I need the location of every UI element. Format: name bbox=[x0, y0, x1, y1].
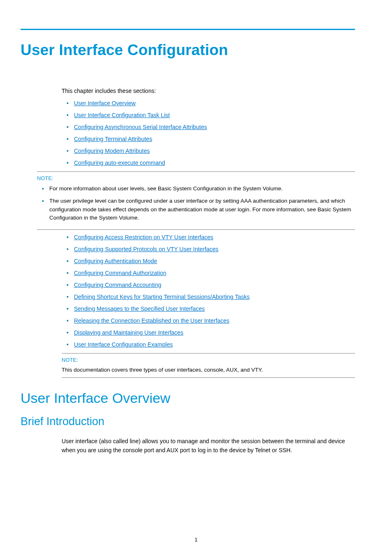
link-shortcut-keys[interactable]: Defining Shortcut Keys for Starting Term… bbox=[74, 294, 249, 300]
body-text: User interface (also called line) allows… bbox=[62, 437, 355, 455]
link-displaying-maintaining[interactable]: Displaying and Maintaining User Interfac… bbox=[74, 329, 183, 336]
link-access-restriction-vty[interactable]: Configuring Access Restriction on VTY Us… bbox=[74, 234, 213, 240]
list-item: User Interface Configuration Task List bbox=[62, 112, 355, 118]
link-auth-mode[interactable]: Configuring Authentication Mode bbox=[74, 258, 157, 264]
list-item: Configuring Command Accounting bbox=[62, 282, 355, 288]
link-terminal-attrs[interactable]: Configuring Terminal Attributes bbox=[74, 136, 152, 142]
note-block-1: NOTE: For more information about user le… bbox=[37, 171, 355, 230]
link-command-authorization[interactable]: Configuring Command Authorization bbox=[74, 270, 166, 276]
list-item: Configuring Modem Attributes bbox=[62, 148, 355, 154]
page-number: 1 bbox=[0, 536, 392, 543]
list-item: Configuring Authentication Mode bbox=[62, 258, 355, 264]
sub-title: Brief Introduction bbox=[21, 415, 355, 428]
note-list: For more information about user levels, … bbox=[37, 185, 355, 222]
note-text: This documentation covers three types of… bbox=[62, 366, 355, 374]
link-async-serial-attrs[interactable]: Configuring Asynchronous Serial Interfac… bbox=[74, 124, 207, 130]
note-label: NOTE: bbox=[62, 357, 355, 363]
link-releasing-connection[interactable]: Releasing the Connection Established on … bbox=[74, 317, 229, 324]
list-item: Configuring Terminal Attributes bbox=[62, 136, 355, 142]
link-command-accounting[interactable]: Configuring Command Accounting bbox=[74, 282, 161, 288]
list-item: Displaying and Maintaining User Interfac… bbox=[62, 329, 355, 336]
list-item: Sending Messages to the Specified User I… bbox=[62, 305, 355, 312]
link-config-examples[interactable]: User Interface Configuration Examples bbox=[74, 341, 173, 348]
link-ui-config-task-list[interactable]: User Interface Configuration Task List bbox=[74, 112, 170, 118]
link-supported-protocols-vty[interactable]: Configuring Supported Protocols on VTY U… bbox=[74, 246, 218, 252]
list-item: Releasing the Connection Established on … bbox=[62, 317, 355, 324]
list-item: User Interface Overview bbox=[62, 100, 355, 106]
link-sending-messages[interactable]: Sending Messages to the Specified User I… bbox=[74, 305, 205, 312]
link-user-interface-overview[interactable]: User Interface Overview bbox=[74, 100, 136, 106]
list-item: Configuring Access Restriction on VTY Us… bbox=[62, 234, 355, 240]
section-title: User Interface Overview bbox=[21, 390, 355, 406]
link-modem-attrs[interactable]: Configuring Modem Attributes bbox=[74, 148, 150, 154]
note-item: For more information about user levels, … bbox=[37, 185, 355, 193]
page-title: User Interface Configuration bbox=[21, 42, 355, 59]
top-link-list: User Interface Overview User Interface C… bbox=[62, 100, 355, 166]
list-item: User Interface Configuration Examples bbox=[62, 341, 355, 348]
intro-text: This chapter includes these sections: bbox=[62, 88, 355, 94]
list-item: Configuring Asynchronous Serial Interfac… bbox=[62, 124, 355, 130]
note-block-2: NOTE: This documentation covers three ty… bbox=[62, 353, 355, 378]
mid-link-list: Configuring Access Restriction on VTY Us… bbox=[62, 234, 355, 348]
link-auto-execute[interactable]: Configuring auto-execute command bbox=[74, 160, 165, 166]
list-item: Defining Shortcut Keys for Starting Term… bbox=[62, 294, 355, 300]
note-item: The user privilege level can be configur… bbox=[37, 197, 355, 222]
note-label: NOTE: bbox=[37, 175, 355, 181]
list-item: Configuring auto-execute command bbox=[62, 160, 355, 166]
list-item: Configuring Command Authorization bbox=[62, 270, 355, 276]
title-rule bbox=[21, 29, 355, 30]
list-item: Configuring Supported Protocols on VTY U… bbox=[62, 246, 355, 252]
